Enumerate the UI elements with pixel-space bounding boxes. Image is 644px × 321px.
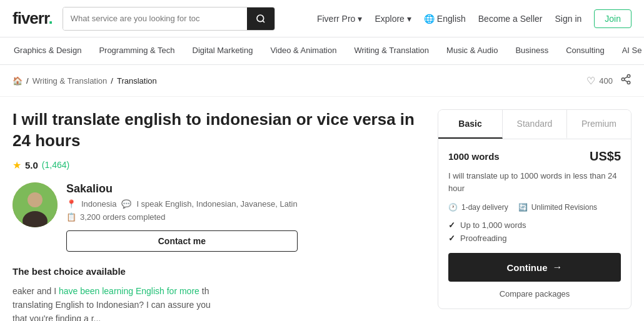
cat-music-audio[interactable]: Music & Audio: [445, 37, 499, 65]
explore-nav[interactable]: Explore ▾: [375, 14, 411, 24]
seller-card: Sakaliou 📍 Indonesia 💬 I speak English, …: [13, 182, 423, 252]
logo-text: fiverr: [13, 9, 49, 27]
clock-icon: 🕐: [448, 203, 458, 212]
main-content: I will translate english to indonesian o…: [0, 97, 644, 321]
tab-basic[interactable]: Basic: [438, 110, 503, 139]
search-input[interactable]: [63, 7, 247, 30]
highlight-text: have been learning English for more: [59, 286, 199, 296]
cat-video-animation[interactable]: Video & Animation: [269, 37, 338, 65]
plan-description: I will translate up to 1000 words in les…: [448, 170, 621, 194]
description-text-3: that you're finding a r...: [13, 312, 423, 321]
features-checklist: ✓ Up to 1,000 words ✓ Proofreading: [448, 220, 621, 243]
breadcrumb: 🏠 / Writing & Translation / Translation: [13, 76, 157, 86]
share-icon: [620, 76, 631, 87]
logo[interactable]: fiverr.: [13, 9, 53, 28]
description-preview: The best choice available eaker and I ha…: [13, 264, 423, 321]
heart-icon: ♡: [586, 75, 595, 87]
svg-point-3: [627, 81, 630, 84]
pricing-body: 1000 words US$5 I will translate up to 1…: [438, 139, 631, 309]
avatar-image: [13, 182, 58, 227]
cat-business[interactable]: Business: [514, 37, 550, 65]
seller-location: 📍 Indonesia 💬 I speak English, Indonesia…: [66, 199, 298, 209]
description-text: eaker and I have been learning English f…: [13, 284, 423, 298]
breadcrumb-writing[interactable]: Writing & Translation: [33, 76, 108, 86]
best-choice-label: The best choice available: [13, 264, 423, 279]
right-column: Basic Standard Premium 1000 words US$5 I…: [438, 109, 631, 321]
continue-label: Continue: [507, 262, 548, 273]
orders-count: 3,200 orders completed: [80, 212, 166, 222]
share-button[interactable]: [620, 74, 631, 87]
sign-in-button[interactable]: Sign in: [555, 14, 582, 24]
pricing-tabs: Basic Standard Premium: [438, 110, 631, 139]
svg-line-4: [624, 80, 627, 82]
chevron-down-icon: ▾: [407, 14, 411, 24]
cat-programming-tech[interactable]: Programming & Tech: [98, 37, 176, 65]
cat-graphics-design[interactable]: Graphics & Design: [13, 37, 83, 65]
rating-score: 5.0: [25, 160, 38, 170]
svg-line-5: [624, 77, 627, 79]
nav-items: Fiverr Pro ▾ Explore ▾ 🌐 English Become …: [317, 9, 631, 28]
seller-info: Sakaliou 📍 Indonesia 💬 I speak English, …: [66, 182, 298, 252]
fiverr-pro-nav[interactable]: Fiverr Pro ▾: [317, 14, 362, 24]
pricing-widget: Basic Standard Premium 1000 words US$5 I…: [438, 109, 631, 309]
left-column: I will translate english to indonesian o…: [13, 109, 423, 321]
avatar: [13, 182, 58, 227]
svg-point-0: [257, 15, 264, 22]
description-text-2: translating English to Indonesian? I can…: [13, 298, 423, 312]
like-button[interactable]: ♡ 400: [586, 75, 613, 87]
breadcrumb-bar: 🏠 / Writing & Translation / Translation …: [0, 65, 644, 97]
svg-point-1: [627, 75, 630, 78]
orders-row: 📋 3,200 orders completed: [66, 212, 298, 222]
gig-title: I will translate english to indonesian o…: [13, 109, 423, 152]
breadcrumb-translation: Translation: [117, 76, 157, 86]
search-bar: [63, 7, 275, 31]
like-count: 400: [599, 76, 613, 86]
arrow-right-icon: →: [553, 262, 563, 273]
cat-consulting[interactable]: Consulting: [565, 37, 605, 65]
revisions-feature: 🔄 Unlimited Revisions: [518, 203, 597, 212]
continue-button[interactable]: Continue →: [448, 253, 621, 282]
become-seller-button[interactable]: Become a Seller: [478, 14, 543, 24]
rating-row: ★ 5.0 (1,464): [13, 159, 423, 171]
category-nav: Graphics & Design Programming & Tech Dig…: [0, 37, 644, 65]
plan-name: 1000 words: [448, 151, 500, 162]
svg-point-7: [28, 192, 43, 207]
delivery-feature: 🕐 1-day delivery: [448, 203, 508, 212]
speech-icon: 💬: [121, 199, 131, 209]
tab-standard[interactable]: Standard: [503, 110, 567, 139]
rating-count[interactable]: (1,464): [42, 160, 69, 170]
cat-writing-translation[interactable]: Writing & Translation: [353, 37, 430, 65]
svg-point-2: [621, 78, 625, 81]
seller-languages: I speak English, Indonesian, Javanese, L…: [136, 199, 297, 209]
star-icon: ★: [13, 159, 21, 171]
logo-dot: .: [49, 9, 53, 27]
check-icon: ✓: [448, 220, 455, 230]
delivery-text: 1-day delivery: [461, 203, 508, 212]
check-icon: ✓: [448, 234, 455, 243]
globe-icon: 🌐: [424, 14, 435, 24]
contact-button[interactable]: Contact me: [66, 230, 298, 252]
search-button[interactable]: [247, 7, 274, 30]
refresh-icon: 🔄: [518, 203, 528, 212]
seller-name[interactable]: Sakaliou: [66, 182, 298, 195]
seller-country: Indonesia: [81, 199, 116, 209]
location-icon: 📍: [66, 199, 76, 209]
language-nav[interactable]: 🌐 English: [424, 14, 466, 24]
home-icon[interactable]: 🏠: [13, 76, 23, 86]
chevron-down-icon: ▾: [358, 14, 362, 24]
revisions-text: Unlimited Revisions: [531, 203, 597, 212]
header: fiverr. Fiverr Pro ▾ Explore ▾ 🌐 English…: [0, 0, 644, 37]
features-row: 🕐 1-day delivery 🔄 Unlimited Revisions: [448, 203, 621, 212]
checklist-item-2: ✓ Proofreading: [448, 234, 621, 243]
checklist-item-1: ✓ Up to 1,000 words: [448, 220, 621, 230]
compare-packages-link[interactable]: Compare packages: [448, 289, 621, 299]
tab-premium[interactable]: Premium: [567, 110, 631, 139]
cat-ai[interactable]: AI Se: [621, 37, 643, 65]
price-row: 1000 words US$5: [448, 149, 621, 164]
orders-icon: 📋: [66, 212, 76, 222]
join-button[interactable]: Join: [594, 9, 631, 28]
plan-price: US$5: [590, 149, 621, 164]
breadcrumb-actions: ♡ 400: [586, 74, 631, 87]
cat-digital-marketing[interactable]: Digital Marketing: [191, 37, 254, 65]
